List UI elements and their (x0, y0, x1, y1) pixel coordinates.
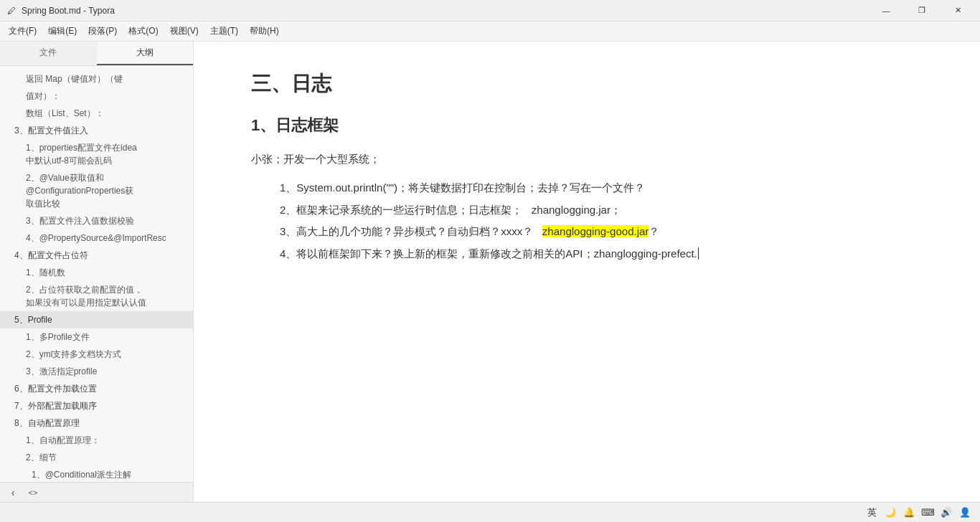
outline-item[interactable]: 2、占位符获取之前配置的值，如果没有可以是用指定默认认值 (0, 281, 193, 311)
lang-icon[interactable]: 英 (865, 506, 878, 519)
keyboard-icon[interactable]: ⌨ (921, 506, 934, 519)
window-title: Spring Boot.md - Typora (22, 6, 115, 16)
menu-format[interactable]: 格式(O) (123, 23, 164, 39)
outline-item[interactable]: 返回 Map（键值对）（键 (0, 70, 193, 87)
title-bar: 🖊 Spring Boot.md - Typora — ❐ ✕ (0, 0, 980, 22)
user-icon[interactable]: 👤 (958, 506, 971, 519)
code-view-button[interactable]: <> (26, 485, 40, 500)
menu-file[interactable]: 文件(F) (3, 23, 42, 39)
outline-item[interactable]: 6、配置文件加载位置 (0, 380, 193, 397)
outline-item[interactable]: 4、@PropertySource&@ImportResc (0, 229, 193, 247)
outline-item[interactable]: 3、配置文件值注入 (0, 122, 193, 139)
outline-item[interactable]: 4、配置文件占位符 (0, 247, 193, 264)
volume-icon[interactable]: 🔊 (940, 506, 953, 519)
sidebar-bottom: ‹ <> (0, 482, 193, 502)
title-bar-left: 🖊 Spring Boot.md - Typora (6, 5, 115, 16)
menu-paragraph[interactable]: 段落(P) (83, 23, 123, 39)
heading-log-framework: 1、日志框架 (251, 115, 923, 136)
editor-intro: 小张；开发一个大型系统； (251, 149, 923, 169)
list-item-text: 2、框架来记录系统的一些运行时信息；日志框架； zhanglogging.jar… (280, 204, 621, 216)
menu-edit[interactable]: 编辑(E) (42, 23, 83, 39)
highlight-text: zhanglogging-good.jar (542, 225, 649, 237)
list-item: 2、框架来记录系统的一些运行时信息；日志框架； zhanglogging.jar… (280, 199, 923, 222)
outline-item[interactable]: 3、配置文件注入值数据校验 (0, 212, 193, 229)
close-button[interactable]: ✕ (941, 0, 974, 22)
list-item: 3、高大上的几个功能？异步模式？自动归档？xxxx？ zhanglogging-… (280, 221, 923, 243)
status-bar: 英 🌙 🔔 ⌨ 🔊 👤 (0, 502, 980, 522)
bell-icon[interactable]: 🔔 (903, 506, 915, 519)
back-button[interactable]: ‹ (6, 485, 20, 500)
text-cursor (698, 247, 699, 260)
sidebar-tabs: 文件 大纲 (0, 42, 193, 66)
outline-item[interactable]: 数组（List、Set）： (0, 105, 193, 122)
menu-theme[interactable]: 主题(T) (204, 23, 244, 39)
list-item-text: 3、高大上的几个功能？异步模式？自动归档？xxxx？ zhanglogging-… (280, 225, 659, 237)
outline-item-profile[interactable]: 5、Profile (0, 311, 193, 328)
editor-area[interactable]: 三、日志 1、日志框架 小张；开发一个大型系统； 1、System.out.pr… (194, 42, 980, 502)
outline-item[interactable]: 值对）： (0, 87, 193, 105)
editor-list: 1、System.out.println("")；将关键数据打印在控制台；去掉？… (280, 177, 923, 265)
outline-item[interactable]: 2、细节 (0, 449, 193, 466)
minimize-button[interactable]: — (870, 0, 903, 22)
list-item-text: 1、System.out.println("")；将关键数据打印在控制台；去掉？… (280, 181, 645, 194)
menu-help[interactable]: 帮助(H) (244, 23, 285, 39)
outline-item[interactable]: 2、yml支持多文档块方式 (0, 346, 193, 363)
sidebar-outline[interactable]: 返回 Map（键值对）（键 值对）： 数组（List、Set）： 3、配置文件值… (0, 66, 193, 482)
list-item-cursor: 4、将以前框架卸下来？换上新的框架，重新修改之前相关的API；zhanglogg… (280, 243, 923, 265)
status-bar-right: 英 🌙 🔔 ⌨ 🔊 👤 (865, 506, 971, 519)
outline-item[interactable]: 3、激活指定profile (0, 363, 193, 380)
list-item-text: 4、将以前框架卸下来？换上新的框架，重新修改之前相关的API；zhanglogg… (280, 247, 699, 260)
outline-item[interactable]: 1、properties配置文件在idea中默认utf-8可能会乱码 (0, 139, 193, 169)
outline-item[interactable]: 8、自动配置原理 (0, 414, 193, 432)
maximize-button[interactable]: ❐ (905, 0, 938, 22)
app-icon: 🖊 (6, 5, 17, 16)
heading-log: 三、日志 (251, 70, 923, 98)
tab-outline[interactable]: 大纲 (97, 42, 194, 65)
outline-item[interactable]: 2、@Value获取值和@ConfigurationProperties获取值比… (0, 169, 193, 212)
menu-view[interactable]: 视图(V) (164, 23, 204, 39)
outline-item[interactable]: 1、@Conditional派生注解（Spring注解版原生的@Conditio… (0, 466, 193, 482)
outline-item[interactable]: 1、随机数 (0, 264, 193, 281)
sidebar: 文件 大纲 返回 Map（键值对）（键 值对）： 数组（List、Set）： 3… (0, 42, 194, 502)
tab-files[interactable]: 文件 (0, 42, 97, 65)
outline-item[interactable]: 7、外部配置加载顺序 (0, 397, 193, 414)
menu-bar: 文件(F) 编辑(E) 段落(P) 格式(O) 视图(V) 主题(T) 帮助(H… (0, 22, 980, 42)
moon-icon[interactable]: 🌙 (884, 506, 897, 519)
main-layout: 文件 大纲 返回 Map（键值对）（键 值对）： 数组（List、Set）： 3… (0, 42, 980, 502)
outline-item[interactable]: 1、自动配置原理： (0, 432, 193, 449)
window-controls: — ❐ ✕ (870, 0, 974, 22)
outline-item[interactable]: 1、多Profile文件 (0, 328, 193, 346)
list-item: 1、System.out.println("")；将关键数据打印在控制台；去掉？… (280, 177, 923, 199)
